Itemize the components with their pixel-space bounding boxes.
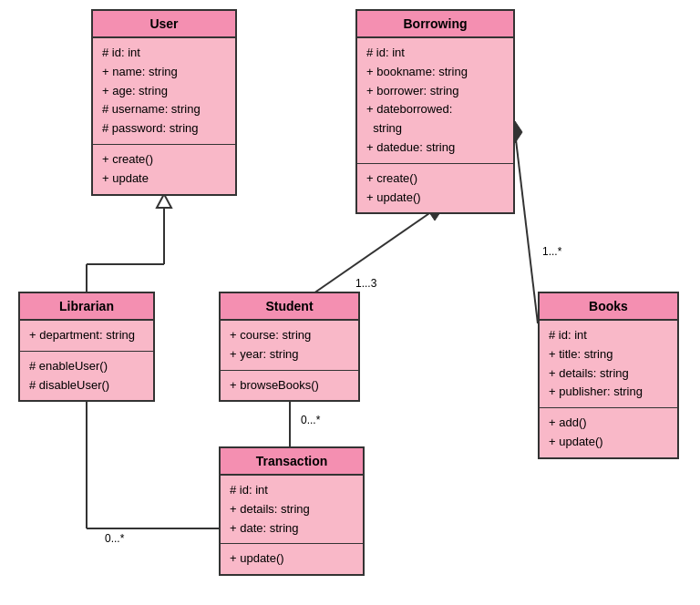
class-borrowing: Borrowing # id: int + bookname: string +… (355, 9, 515, 214)
attr: # id: int (366, 44, 504, 63)
class-user-attributes: # id: int + name: string + age: string #… (93, 38, 235, 145)
class-transaction-attributes: # id: int + details: string + date: stri… (221, 476, 363, 544)
attr: + bookname: string (366, 63, 504, 82)
class-student-header: Student (221, 293, 358, 321)
class-books: Books # id: int + title: string + detail… (538, 292, 679, 459)
class-student-methods: + browseBooks() (221, 371, 358, 401)
attr: + borrower: string (366, 82, 504, 101)
class-librarian: Librarian + department: string # enableU… (18, 292, 155, 402)
method: + update (102, 169, 226, 189)
attr: # id: int (102, 44, 226, 63)
class-transaction-header: Transaction (221, 448, 363, 476)
class-transaction-methods: + update() (221, 544, 363, 574)
method: + update() (549, 433, 668, 452)
attr: + name: string (102, 63, 226, 82)
attr: + publisher: string (549, 383, 668, 402)
method: + update() (366, 189, 504, 208)
method: + browseBooks() (230, 376, 349, 395)
method: + add() (549, 414, 668, 433)
attr: # id: int (230, 481, 354, 500)
attr: + year: string (230, 345, 349, 364)
class-librarian-attributes: + department: string (20, 321, 153, 352)
class-borrowing-header: Borrowing (357, 11, 513, 38)
class-books-methods: + add() + update() (540, 408, 677, 457)
method: # enableUser() (29, 357, 144, 376)
uml-diagram: 1...3 1...* 0...* 0...* User # id: int +… (0, 0, 700, 605)
svg-line-6 (515, 132, 538, 323)
label-borrowing-student: 1...3 (355, 277, 377, 290)
method: # disableUser() (29, 376, 144, 395)
class-books-attributes: # id: int + title: string + details: str… (540, 321, 677, 408)
class-librarian-header: Librarian (20, 293, 153, 321)
label-student-transaction: 0...* (301, 414, 321, 426)
class-books-header: Books (540, 293, 677, 321)
class-transaction-title: Transaction (256, 454, 328, 468)
class-books-title: Books (589, 299, 628, 313)
class-user-methods: + create() + update (93, 145, 235, 194)
attr: + department: string (29, 326, 144, 345)
attr: + details: string (549, 364, 668, 384)
method: + create() (102, 150, 226, 169)
attr: # password: string (102, 119, 226, 138)
label-librarian-transaction: 0...* (105, 532, 125, 545)
class-user: User # id: int + name: string + age: str… (91, 9, 237, 196)
attr: + datedue: string (366, 138, 504, 158)
class-transaction: Transaction # id: int + details: string … (219, 446, 365, 576)
class-borrowing-methods: + create() + update() (357, 164, 513, 213)
attr: + age: string (102, 82, 226, 101)
class-student: Student + course: string + year: string … (219, 292, 360, 402)
method: + update() (230, 549, 354, 569)
attr: # id: int (549, 326, 668, 345)
attr: # username: string (102, 100, 226, 119)
method: + create() (366, 169, 504, 189)
attr: + title: string (549, 345, 668, 364)
svg-marker-3 (157, 194, 171, 208)
class-borrowing-title: Borrowing (404, 16, 468, 31)
attr: + course: string (230, 326, 349, 345)
class-student-attributes: + course: string + year: string (221, 321, 358, 371)
attr: + date: string (230, 519, 354, 538)
attr: + dateborrowed: string (366, 100, 504, 138)
class-librarian-methods: # enableUser() # disableUser() (20, 352, 153, 401)
attr: + details: string (230, 500, 354, 519)
class-student-title: Student (265, 299, 313, 313)
class-borrowing-attributes: # id: int + bookname: string + borrower:… (357, 38, 513, 164)
label-borrowing-books: 1...* (542, 245, 562, 258)
class-librarian-title: Librarian (59, 299, 114, 313)
class-user-title: User (149, 16, 178, 31)
class-user-header: User (93, 11, 235, 38)
